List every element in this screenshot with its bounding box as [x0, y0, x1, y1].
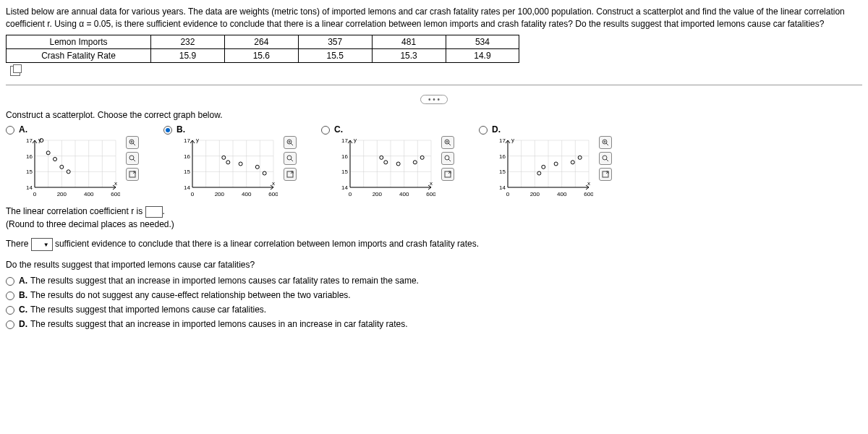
svg-point-88	[384, 161, 388, 164]
evidence-sentence: There sufficient evidence to conclude th…	[6, 238, 862, 251]
r-hint: (Round to three decimal places as needed…	[6, 219, 862, 229]
svg-text:400: 400	[399, 191, 409, 197]
svg-line-60	[291, 143, 293, 145]
svg-point-91	[420, 156, 424, 160]
svg-text:600: 600	[268, 191, 278, 197]
radio-mc-d[interactable]	[6, 320, 14, 329]
svg-text:0: 0	[191, 191, 195, 197]
svg-point-87	[380, 156, 383, 160]
chart-c: yx171615140200400600	[334, 136, 435, 197]
svg-text:17: 17	[341, 137, 348, 144]
svg-point-54	[222, 156, 226, 160]
radio-mc-b[interactable]	[6, 292, 14, 300]
svg-text:16: 16	[341, 153, 348, 160]
svg-point-55	[226, 161, 230, 164]
svg-text:15: 15	[341, 169, 348, 176]
svg-line-130	[606, 159, 608, 161]
radio-b[interactable]	[163, 126, 172, 135]
row-label: Crash Fatality Rate	[7, 48, 151, 62]
svg-point-89	[396, 162, 400, 166]
svg-text:16: 16	[26, 153, 33, 160]
evidence-dropdown[interactable]	[31, 238, 53, 251]
svg-text:14: 14	[341, 184, 348, 191]
divider	[6, 85, 862, 85]
svg-line-97	[448, 159, 451, 161]
svg-text:15: 15	[184, 169, 190, 176]
svg-text:y: y	[511, 137, 514, 143]
svg-text:600: 600	[584, 191, 593, 197]
svg-text:600: 600	[111, 191, 120, 197]
cause-question: Do the results suggest that imported lem…	[6, 260, 862, 270]
svg-line-64	[291, 159, 293, 161]
option-d[interactable]: D. yx171615140200400600	[479, 124, 593, 197]
zoom-in-icon[interactable]	[126, 136, 139, 149]
mc-option-b[interactable]: B.The results do not suggest any cause-e…	[6, 290, 862, 300]
chart-b: yx171615140200400600	[176, 136, 278, 197]
radio-a[interactable]	[6, 126, 14, 135]
svg-text:14: 14	[184, 184, 190, 191]
chart-d: yx171615140200400600	[492, 136, 593, 197]
svg-text:14: 14	[499, 184, 506, 191]
svg-point-57	[255, 166, 259, 169]
mc-option-d[interactable]: D.The results suggest that an increase i…	[6, 319, 862, 329]
svg-text:x: x	[430, 180, 433, 187]
svg-text:y: y	[354, 137, 357, 143]
mc-option-c[interactable]: C.The results suggest that imported lemo…	[6, 305, 862, 315]
zoom-icon[interactable]	[441, 152, 454, 165]
svg-text:400: 400	[242, 191, 252, 197]
expand-icon[interactable]	[441, 168, 454, 181]
data-table: Lemon Imports 232 264 357 481 534 Crash …	[6, 35, 519, 63]
zoom-icon[interactable]	[599, 152, 612, 165]
svg-text:14: 14	[26, 184, 33, 191]
expand-icon[interactable]	[284, 168, 297, 181]
svg-text:0: 0	[33, 191, 37, 197]
chart-a: yx171615140200400600	[19, 136, 120, 197]
svg-text:15: 15	[499, 169, 506, 176]
svg-point-58	[263, 171, 266, 175]
svg-text:x: x	[587, 180, 590, 187]
svg-point-90	[413, 161, 417, 164]
svg-point-121	[542, 166, 545, 169]
table-row: Crash Fatality Rate 15.9 15.6 15.5 15.3 …	[7, 48, 519, 62]
zoom-in-icon[interactable]	[284, 136, 297, 149]
ellipsis: • • •	[6, 94, 862, 104]
svg-point-120	[537, 171, 541, 175]
svg-point-123	[571, 161, 574, 164]
svg-text:x: x	[272, 180, 275, 187]
zoom-icon[interactable]	[284, 152, 297, 165]
radio-c[interactable]	[321, 126, 330, 135]
svg-line-31	[133, 159, 135, 161]
svg-line-27	[133, 143, 135, 145]
svg-text:15: 15	[26, 169, 33, 176]
svg-text:200: 200	[57, 191, 67, 197]
svg-text:400: 400	[84, 191, 94, 197]
scatterplot-question: Construct a scatterplot. Choose the corr…	[6, 110, 862, 120]
expand-icon[interactable]	[599, 168, 612, 181]
svg-text:0: 0	[506, 191, 510, 197]
radio-mc-c[interactable]	[6, 306, 14, 315]
svg-text:200: 200	[215, 191, 225, 197]
mc-option-a[interactable]: A.The results suggest that an increase i…	[6, 276, 862, 286]
r-answer-line: The linear correlation coefficient r is …	[6, 206, 862, 218]
svg-text:600: 600	[426, 191, 435, 197]
svg-text:16: 16	[184, 153, 190, 160]
zoom-in-icon[interactable]	[599, 136, 612, 149]
option-c[interactable]: C. yx171615140200400600	[321, 124, 435, 197]
zoom-icon[interactable]	[126, 152, 139, 165]
svg-point-122	[554, 162, 558, 166]
svg-point-124	[578, 156, 582, 160]
svg-text:400: 400	[557, 191, 567, 197]
svg-point-23	[54, 158, 57, 161]
r-input[interactable]	[145, 206, 163, 218]
radio-d[interactable]	[479, 126, 488, 135]
zoom-in-icon[interactable]	[441, 136, 454, 149]
svg-text:0: 0	[349, 191, 352, 197]
radio-mc-a[interactable]	[6, 277, 14, 286]
svg-text:17: 17	[499, 137, 506, 144]
option-a[interactable]: A. yx171615140200400600	[6, 124, 120, 197]
copy-icon[interactable]	[10, 66, 20, 76]
expand-icon[interactable]	[126, 168, 139, 181]
svg-point-56	[239, 162, 242, 166]
table-row: Lemon Imports 232 264 357 481 534	[7, 35, 519, 48]
option-b[interactable]: B. yx171615140200400600	[163, 124, 278, 197]
